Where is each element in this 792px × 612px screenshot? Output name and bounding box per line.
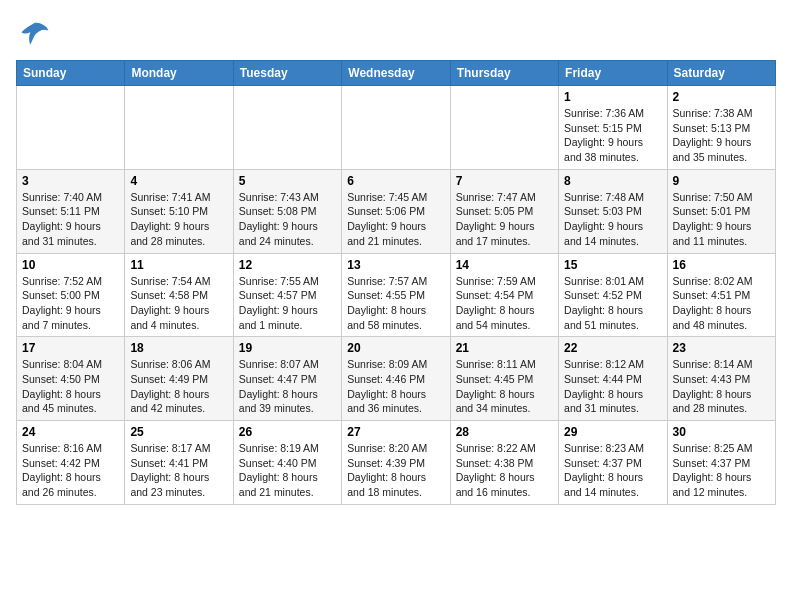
day-info: Sunrise: 7:45 AM Sunset: 5:06 PM Dayligh… bbox=[347, 190, 444, 249]
day-info: Sunrise: 8:01 AM Sunset: 4:52 PM Dayligh… bbox=[564, 274, 661, 333]
day-number: 10 bbox=[22, 258, 119, 272]
calendar-cell: 1Sunrise: 7:36 AM Sunset: 5:15 PM Daylig… bbox=[559, 86, 667, 170]
day-info: Sunrise: 8:06 AM Sunset: 4:49 PM Dayligh… bbox=[130, 357, 227, 416]
day-info: Sunrise: 8:19 AM Sunset: 4:40 PM Dayligh… bbox=[239, 441, 336, 500]
calendar-header-row: SundayMondayTuesdayWednesdayThursdayFrid… bbox=[17, 61, 776, 86]
day-number: 2 bbox=[673, 90, 770, 104]
calendar-cell: 2Sunrise: 7:38 AM Sunset: 5:13 PM Daylig… bbox=[667, 86, 775, 170]
calendar-cell: 4Sunrise: 7:41 AM Sunset: 5:10 PM Daylig… bbox=[125, 169, 233, 253]
calendar-cell bbox=[233, 86, 341, 170]
calendar-cell: 14Sunrise: 7:59 AM Sunset: 4:54 PM Dayli… bbox=[450, 253, 558, 337]
day-info: Sunrise: 8:02 AM Sunset: 4:51 PM Dayligh… bbox=[673, 274, 770, 333]
day-number: 19 bbox=[239, 341, 336, 355]
day-info: Sunrise: 7:43 AM Sunset: 5:08 PM Dayligh… bbox=[239, 190, 336, 249]
day-number: 1 bbox=[564, 90, 661, 104]
calendar-cell: 19Sunrise: 8:07 AM Sunset: 4:47 PM Dayli… bbox=[233, 337, 341, 421]
day-info: Sunrise: 7:48 AM Sunset: 5:03 PM Dayligh… bbox=[564, 190, 661, 249]
day-info: Sunrise: 7:54 AM Sunset: 4:58 PM Dayligh… bbox=[130, 274, 227, 333]
calendar-cell: 25Sunrise: 8:17 AM Sunset: 4:41 PM Dayli… bbox=[125, 421, 233, 505]
day-number: 27 bbox=[347, 425, 444, 439]
day-info: Sunrise: 7:40 AM Sunset: 5:11 PM Dayligh… bbox=[22, 190, 119, 249]
day-number: 9 bbox=[673, 174, 770, 188]
day-number: 20 bbox=[347, 341, 444, 355]
calendar-cell: 26Sunrise: 8:19 AM Sunset: 4:40 PM Dayli… bbox=[233, 421, 341, 505]
day-info: Sunrise: 8:04 AM Sunset: 4:50 PM Dayligh… bbox=[22, 357, 119, 416]
calendar-cell: 20Sunrise: 8:09 AM Sunset: 4:46 PM Dayli… bbox=[342, 337, 450, 421]
day-number: 14 bbox=[456, 258, 553, 272]
day-info: Sunrise: 8:14 AM Sunset: 4:43 PM Dayligh… bbox=[673, 357, 770, 416]
day-number: 28 bbox=[456, 425, 553, 439]
calendar-cell: 28Sunrise: 8:22 AM Sunset: 4:38 PM Dayli… bbox=[450, 421, 558, 505]
calendar-cell bbox=[342, 86, 450, 170]
weekday-header: Thursday bbox=[450, 61, 558, 86]
day-number: 21 bbox=[456, 341, 553, 355]
calendar-cell: 23Sunrise: 8:14 AM Sunset: 4:43 PM Dayli… bbox=[667, 337, 775, 421]
day-info: Sunrise: 8:25 AM Sunset: 4:37 PM Dayligh… bbox=[673, 441, 770, 500]
logo bbox=[16, 16, 56, 52]
calendar-week-row: 1Sunrise: 7:36 AM Sunset: 5:15 PM Daylig… bbox=[17, 86, 776, 170]
day-info: Sunrise: 7:50 AM Sunset: 5:01 PM Dayligh… bbox=[673, 190, 770, 249]
day-info: Sunrise: 8:12 AM Sunset: 4:44 PM Dayligh… bbox=[564, 357, 661, 416]
day-number: 16 bbox=[673, 258, 770, 272]
day-number: 18 bbox=[130, 341, 227, 355]
weekday-header: Saturday bbox=[667, 61, 775, 86]
weekday-header: Monday bbox=[125, 61, 233, 86]
day-number: 11 bbox=[130, 258, 227, 272]
calendar-cell: 17Sunrise: 8:04 AM Sunset: 4:50 PM Dayli… bbox=[17, 337, 125, 421]
day-info: Sunrise: 7:52 AM Sunset: 5:00 PM Dayligh… bbox=[22, 274, 119, 333]
day-number: 4 bbox=[130, 174, 227, 188]
calendar-cell: 11Sunrise: 7:54 AM Sunset: 4:58 PM Dayli… bbox=[125, 253, 233, 337]
day-info: Sunrise: 7:38 AM Sunset: 5:13 PM Dayligh… bbox=[673, 106, 770, 165]
logo-icon bbox=[16, 16, 52, 52]
day-info: Sunrise: 7:55 AM Sunset: 4:57 PM Dayligh… bbox=[239, 274, 336, 333]
day-info: Sunrise: 7:36 AM Sunset: 5:15 PM Dayligh… bbox=[564, 106, 661, 165]
calendar-cell bbox=[125, 86, 233, 170]
calendar-cell: 13Sunrise: 7:57 AM Sunset: 4:55 PM Dayli… bbox=[342, 253, 450, 337]
day-info: Sunrise: 8:09 AM Sunset: 4:46 PM Dayligh… bbox=[347, 357, 444, 416]
calendar-cell: 24Sunrise: 8:16 AM Sunset: 4:42 PM Dayli… bbox=[17, 421, 125, 505]
calendar-week-row: 10Sunrise: 7:52 AM Sunset: 5:00 PM Dayli… bbox=[17, 253, 776, 337]
calendar-cell: 8Sunrise: 7:48 AM Sunset: 5:03 PM Daylig… bbox=[559, 169, 667, 253]
calendar-cell: 5Sunrise: 7:43 AM Sunset: 5:08 PM Daylig… bbox=[233, 169, 341, 253]
day-number: 5 bbox=[239, 174, 336, 188]
calendar-cell: 7Sunrise: 7:47 AM Sunset: 5:05 PM Daylig… bbox=[450, 169, 558, 253]
day-info: Sunrise: 7:57 AM Sunset: 4:55 PM Dayligh… bbox=[347, 274, 444, 333]
calendar-cell bbox=[17, 86, 125, 170]
day-number: 12 bbox=[239, 258, 336, 272]
calendar-cell: 30Sunrise: 8:25 AM Sunset: 4:37 PM Dayli… bbox=[667, 421, 775, 505]
day-number: 3 bbox=[22, 174, 119, 188]
day-number: 24 bbox=[22, 425, 119, 439]
day-info: Sunrise: 8:07 AM Sunset: 4:47 PM Dayligh… bbox=[239, 357, 336, 416]
calendar-cell: 6Sunrise: 7:45 AM Sunset: 5:06 PM Daylig… bbox=[342, 169, 450, 253]
calendar-cell: 21Sunrise: 8:11 AM Sunset: 4:45 PM Dayli… bbox=[450, 337, 558, 421]
day-info: Sunrise: 7:59 AM Sunset: 4:54 PM Dayligh… bbox=[456, 274, 553, 333]
day-number: 22 bbox=[564, 341, 661, 355]
calendar-cell: 27Sunrise: 8:20 AM Sunset: 4:39 PM Dayli… bbox=[342, 421, 450, 505]
calendar-week-row: 3Sunrise: 7:40 AM Sunset: 5:11 PM Daylig… bbox=[17, 169, 776, 253]
calendar-cell: 16Sunrise: 8:02 AM Sunset: 4:51 PM Dayli… bbox=[667, 253, 775, 337]
calendar-cell: 22Sunrise: 8:12 AM Sunset: 4:44 PM Dayli… bbox=[559, 337, 667, 421]
day-info: Sunrise: 8:23 AM Sunset: 4:37 PM Dayligh… bbox=[564, 441, 661, 500]
day-info: Sunrise: 7:47 AM Sunset: 5:05 PM Dayligh… bbox=[456, 190, 553, 249]
calendar-cell: 10Sunrise: 7:52 AM Sunset: 5:00 PM Dayli… bbox=[17, 253, 125, 337]
weekday-header: Tuesday bbox=[233, 61, 341, 86]
day-number: 13 bbox=[347, 258, 444, 272]
day-info: Sunrise: 8:17 AM Sunset: 4:41 PM Dayligh… bbox=[130, 441, 227, 500]
day-info: Sunrise: 8:16 AM Sunset: 4:42 PM Dayligh… bbox=[22, 441, 119, 500]
calendar-cell: 9Sunrise: 7:50 AM Sunset: 5:01 PM Daylig… bbox=[667, 169, 775, 253]
day-number: 25 bbox=[130, 425, 227, 439]
day-number: 30 bbox=[673, 425, 770, 439]
day-number: 29 bbox=[564, 425, 661, 439]
day-info: Sunrise: 8:20 AM Sunset: 4:39 PM Dayligh… bbox=[347, 441, 444, 500]
day-number: 23 bbox=[673, 341, 770, 355]
calendar-cell: 15Sunrise: 8:01 AM Sunset: 4:52 PM Dayli… bbox=[559, 253, 667, 337]
day-info: Sunrise: 8:11 AM Sunset: 4:45 PM Dayligh… bbox=[456, 357, 553, 416]
day-info: Sunrise: 7:41 AM Sunset: 5:10 PM Dayligh… bbox=[130, 190, 227, 249]
calendar-cell: 3Sunrise: 7:40 AM Sunset: 5:11 PM Daylig… bbox=[17, 169, 125, 253]
day-number: 7 bbox=[456, 174, 553, 188]
day-number: 26 bbox=[239, 425, 336, 439]
weekday-header: Wednesday bbox=[342, 61, 450, 86]
day-number: 8 bbox=[564, 174, 661, 188]
day-number: 6 bbox=[347, 174, 444, 188]
weekday-header: Sunday bbox=[17, 61, 125, 86]
